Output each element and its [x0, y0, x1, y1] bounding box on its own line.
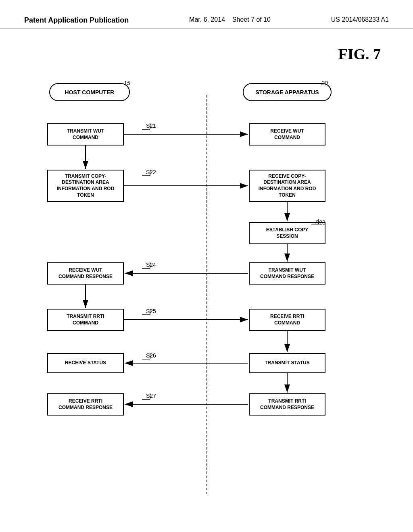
receive-wut-box: RECEIVE WUTCOMMAND: [249, 123, 325, 145]
figure-title: FIG. 7: [0, 45, 413, 63]
transmit-rrti-resp-box: TRANSMIT RRTICOMMAND RESPONSE: [249, 393, 325, 416]
page-header: Patent Application Publication Mar. 6, 2…: [0, 0, 413, 29]
storage-ref: 20: [321, 80, 328, 86]
divider-line: [206, 95, 207, 494]
step-s21: S21: [146, 123, 156, 129]
date-label: Mar. 6, 2014: [189, 16, 225, 23]
host-ref: 15: [124, 80, 130, 86]
publication-label: Patent Application Publication: [24, 16, 129, 25]
step-s23: S23: [315, 219, 325, 226]
establish-copy-box: ESTABLISH COPYSESSION: [249, 222, 325, 244]
transmit-rrti-box: TRANSMIT RRTICOMMAND: [47, 309, 124, 331]
step-s22: S22: [146, 169, 156, 175]
date-sheet-label: Mar. 6, 2014 Sheet 7 of 10: [189, 16, 271, 23]
host-computer-box: HOST COMPUTER: [49, 83, 130, 101]
patent-number-label: US 2014/068233 A1: [331, 16, 389, 23]
storage-apparatus-box: STORAGE APPARATUS: [243, 83, 332, 101]
receive-wut-resp-box: RECEIVE WUTCOMMAND RESPONSE: [47, 262, 124, 285]
step-s24: S24: [146, 262, 156, 268]
transmit-copy-box: TRANSMIT COPY-DESTINATION AREAINFORMATIO…: [47, 170, 124, 202]
diagram: HOST COMPUTER STORAGE APPARATUS 15 20 TR…: [25, 71, 388, 494]
receive-copy-box: RECEIVE COPY-DESTINATION AREAINFORMATION…: [249, 170, 325, 202]
transmit-status-box: TRANSMIT STATUS: [249, 353, 325, 373]
receive-rrti-box: RECEIVE RRTICOMMAND: [249, 309, 325, 331]
step-s25: S25: [146, 308, 156, 314]
sheet-label: Sheet 7 of 10: [232, 16, 271, 23]
step-s27: S27: [146, 393, 156, 399]
transmit-wut-box: TRANSMIT WUTCOMMAND: [47, 123, 124, 145]
receive-rrti-resp-box: RECEIVE RRTICOMMAND RESPONSE: [47, 393, 124, 416]
step-s26: S26: [146, 352, 156, 359]
receive-status-box: RECEIVE STATUS: [47, 353, 124, 373]
transmit-wut-resp-box: TRANSMIT WUTCOMMAND RESPONSE: [249, 262, 325, 285]
